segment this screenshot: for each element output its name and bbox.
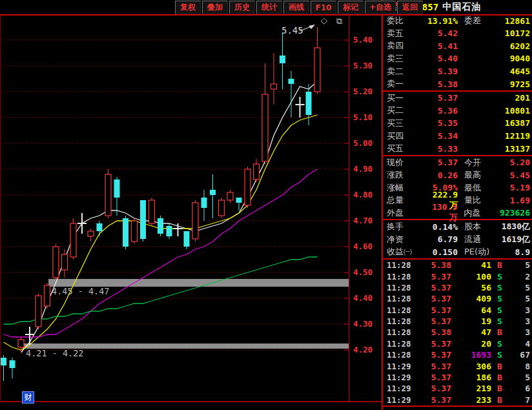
- tick-time: 11:28: [387, 294, 413, 303]
- bid-level-row[interactable]: 买一5.37201: [383, 92, 532, 105]
- stat-label: 涨跌: [387, 169, 424, 181]
- weibi-value: 13.91%: [424, 16, 458, 26]
- tick-time: 11:29: [387, 395, 413, 405]
- tick-row[interactable]: 11:295.37219B6: [383, 383, 532, 394]
- tick-time: 11:28: [387, 283, 413, 292]
- candle-down: [280, 56, 285, 63]
- bid-level-row[interactable]: 买四5.3412119: [383, 130, 532, 143]
- candle-up: [70, 223, 76, 257]
- diamond-icon[interactable]: ◇: [321, 16, 327, 25]
- ask-volume: 6202: [458, 41, 532, 51]
- ask-price: 5.42: [415, 28, 458, 38]
- chart-toolbar: 复权叠加历史统计画线F10标记+自选返回: [174, 0, 424, 14]
- tick-row[interactable]: 11:295.37233B7: [383, 395, 532, 405]
- ask-level-row[interactable]: 卖四5.416202: [383, 40, 532, 53]
- tick-price: 5.37: [413, 283, 451, 292]
- toolbar-button-tongji[interactable]: 统计: [256, 1, 282, 14]
- stat-row: 涨跌0.26最高5.45: [383, 169, 532, 181]
- axis-label: 5.00: [353, 138, 373, 148]
- tick-count: 5: [508, 260, 532, 270]
- tick-price: 5.37: [413, 395, 451, 405]
- candle-up: [105, 174, 111, 216]
- stat-label: 量比: [464, 194, 500, 206]
- stat-label: 换手: [387, 221, 424, 232]
- tick-row[interactable]: 11:285.371693S67: [383, 349, 532, 360]
- bid-price: 5.37: [415, 93, 458, 103]
- candle-up: [192, 203, 198, 239]
- tick-time: 11:28: [387, 272, 413, 282]
- bid-price: 5.33: [415, 144, 458, 154]
- candle-up: [262, 94, 268, 161]
- stat-label: 收益㈠: [387, 246, 424, 258]
- tick-row[interactable]: 11:295.37306B8: [383, 360, 532, 371]
- ask-level-row[interactable]: 卖三5.409040: [383, 52, 532, 65]
- candle-up: [149, 200, 155, 223]
- tick-row[interactable]: 11:285.37409S5: [383, 293, 532, 304]
- stat-row: 换手0.14%股本1830亿: [383, 220, 532, 233]
- tick-count: 7: [508, 395, 532, 405]
- stat-value: 130.5万: [424, 202, 458, 223]
- bid-volume: 16387: [458, 118, 532, 128]
- stat-value: 1830亿: [500, 221, 532, 232]
- bid-level-row[interactable]: 买三5.3516387: [383, 117, 532, 130]
- candle-up: [271, 84, 277, 89]
- toolbar-button-biaoji[interactable]: 标记: [338, 1, 363, 14]
- toolbar-button-zixuan[interactable]: +自选: [365, 1, 396, 14]
- ask-price: 5.38: [415, 79, 458, 89]
- toolbar-button-f10[interactable]: F10: [311, 1, 336, 14]
- ask-label: 卖四: [387, 40, 415, 52]
- toolbar-button-fuquan[interactable]: 复权: [175, 1, 201, 14]
- overlap-window-icon[interactable]: ⧉: [336, 17, 342, 25]
- ask-level-row[interactable]: 卖二5.394645: [383, 65, 532, 78]
- weicha-label: 委差: [464, 15, 500, 26]
- axis-label: 4.30: [353, 319, 373, 329]
- price-band-label: 4.45 - 4.47: [52, 286, 109, 296]
- stat-value: 6.79: [424, 234, 458, 244]
- candle-down: [123, 218, 128, 247]
- tick-direction: B: [491, 327, 508, 337]
- tick-row[interactable]: 11:285.3841B5: [383, 260, 532, 271]
- tick-row[interactable]: 11:285.3756S5: [383, 282, 532, 293]
- stock-name[interactable]: 中国石油: [442, 1, 481, 13]
- tick-row[interactable]: 11:285.37100S2: [383, 271, 532, 282]
- candle-up: [219, 200, 225, 216]
- tick-row[interactable]: 11:285.3719S3: [383, 316, 532, 327]
- ask-level-row[interactable]: 卖五5.4210172: [383, 27, 532, 40]
- tick-row[interactable]: 11:285.3720S4: [383, 338, 532, 349]
- ask-level-row[interactable]: 卖一5.389725: [383, 77, 532, 90]
- tick-volume: 100: [451, 272, 491, 282]
- tick-direction: S: [491, 294, 508, 303]
- toolbar-button-huaxian[interactable]: 画线: [283, 1, 309, 14]
- indicator-tag-cai[interactable]: 财: [22, 391, 34, 404]
- bid-level-row[interactable]: 买二5.3610801: [383, 105, 532, 118]
- tick-time: 11:29: [387, 362, 413, 371]
- stat-value: 5.37: [424, 158, 458, 167]
- axis-label: 5.10: [353, 112, 373, 122]
- toolbar-button-diejia[interactable]: 叠加: [202, 1, 228, 14]
- tick-row[interactable]: 11:295.37186B5: [383, 372, 532, 383]
- tick-price: 5.37: [413, 294, 451, 303]
- candle-down: [289, 79, 294, 84]
- tick-price: 5.38: [413, 327, 451, 337]
- candle-up: [45, 285, 50, 306]
- tick-direction: S: [491, 339, 508, 349]
- kline-chart[interactable]: 5.405.305.205.105.004.904.804.704.604.50…: [0, 0, 382, 410]
- candle-down: [114, 179, 120, 198]
- tick-price: 5.37: [413, 362, 451, 371]
- toolbar-button-lishi[interactable]: 历史: [229, 1, 255, 14]
- candle-down: [10, 360, 15, 368]
- stat-value: 8.9: [500, 247, 532, 257]
- bid-price: 5.36: [415, 106, 458, 116]
- tick-volume: 19: [451, 316, 491, 326]
- weibi-row: 委比13.91%委差12861: [383, 14, 532, 27]
- candle-up: [254, 164, 260, 179]
- tick-count: 67: [508, 350, 532, 360]
- bid-level-row[interactable]: 买五5.3313137: [383, 142, 532, 155]
- tick-row[interactable]: 11:285.3847B3: [383, 327, 532, 338]
- tick-row[interactable]: 11:285.3764S3: [383, 305, 532, 316]
- candle-down: [236, 198, 242, 203]
- tick-volume: 233: [451, 395, 491, 405]
- ask-price: 5.40: [415, 54, 458, 63]
- stat-value: 923626: [500, 208, 532, 218]
- toolbar-button-fanhui[interactable]: 返回: [397, 1, 423, 14]
